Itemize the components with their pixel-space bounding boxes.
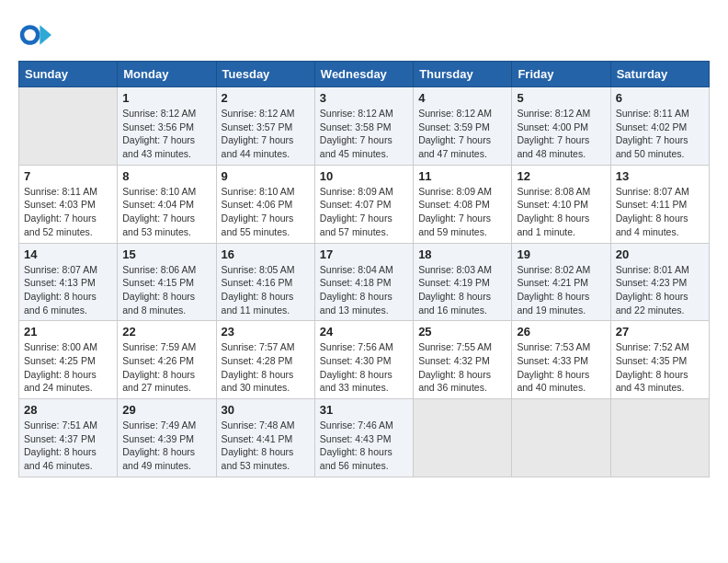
calendar-cell: 2Sunrise: 8:12 AM Sunset: 3:57 PM Daylig… <box>216 87 314 166</box>
calendar-cell: 1Sunrise: 8:12 AM Sunset: 3:56 PM Daylig… <box>118 87 216 166</box>
day-number: 13 <box>616 169 704 183</box>
day-number: 20 <box>616 247 704 261</box>
logo <box>18 18 55 52</box>
calendar-cell: 27Sunrise: 7:52 AM Sunset: 4:35 PM Dayli… <box>610 321 709 399</box>
day-number: 24 <box>320 325 408 339</box>
day-number: 12 <box>517 169 605 183</box>
day-info: Sunrise: 8:05 AM Sunset: 4:16 PM Dayligh… <box>222 263 310 317</box>
calendar-cell: 25Sunrise: 7:55 AM Sunset: 4:32 PM Dayli… <box>414 321 512 399</box>
weekday-header: Thursday <box>414 62 512 87</box>
day-info: Sunrise: 8:06 AM Sunset: 4:15 PM Dayligh… <box>122 263 210 317</box>
day-number: 28 <box>24 403 112 417</box>
calendar-cell: 5Sunrise: 8:12 AM Sunset: 4:00 PM Daylig… <box>512 87 610 166</box>
day-info: Sunrise: 7:56 AM Sunset: 4:30 PM Dayligh… <box>320 340 408 395</box>
day-number: 8 <box>122 169 210 183</box>
day-info: Sunrise: 8:09 AM Sunset: 4:07 PM Dayligh… <box>320 185 408 239</box>
weekday-header: Monday <box>118 62 216 87</box>
day-number: 22 <box>122 325 210 339</box>
calendar-week-row: 28Sunrise: 7:51 AM Sunset: 4:37 PM Dayli… <box>19 399 710 477</box>
day-number: 27 <box>616 325 704 339</box>
logo-icon <box>18 18 51 52</box>
svg-point-2 <box>24 29 36 41</box>
day-number: 1 <box>122 91 210 105</box>
weekday-header: Saturday <box>610 62 709 87</box>
day-info: Sunrise: 7:55 AM Sunset: 4:32 PM Dayligh… <box>418 340 506 395</box>
calendar-week-row: 21Sunrise: 8:00 AM Sunset: 4:25 PM Dayli… <box>19 321 710 399</box>
day-number: 5 <box>517 91 605 105</box>
day-info: Sunrise: 7:59 AM Sunset: 4:26 PM Dayligh… <box>122 340 210 395</box>
day-number: 31 <box>320 403 408 417</box>
day-info: Sunrise: 8:04 AM Sunset: 4:18 PM Dayligh… <box>320 263 408 317</box>
day-info: Sunrise: 8:12 AM Sunset: 3:58 PM Dayligh… <box>320 107 408 161</box>
day-number: 6 <box>616 91 704 105</box>
calendar-cell: 4Sunrise: 8:12 AM Sunset: 3:59 PM Daylig… <box>414 87 512 166</box>
weekday-header: Wednesday <box>314 62 413 87</box>
calendar-cell: 7Sunrise: 8:11 AM Sunset: 4:03 PM Daylig… <box>19 165 118 243</box>
day-info: Sunrise: 8:12 AM Sunset: 3:56 PM Dayligh… <box>122 107 210 161</box>
calendar-cell <box>414 399 512 477</box>
calendar-cell: 14Sunrise: 8:07 AM Sunset: 4:13 PM Dayli… <box>19 243 118 321</box>
calendar-header-row: SundayMondayTuesdayWednesdayThursdayFrid… <box>19 62 710 87</box>
calendar-cell: 28Sunrise: 7:51 AM Sunset: 4:37 PM Dayli… <box>19 399 118 477</box>
calendar-cell: 24Sunrise: 7:56 AM Sunset: 4:30 PM Dayli… <box>314 321 413 399</box>
day-number: 3 <box>320 91 408 105</box>
day-info: Sunrise: 8:12 AM Sunset: 4:00 PM Dayligh… <box>517 107 605 161</box>
day-info: Sunrise: 7:57 AM Sunset: 4:28 PM Dayligh… <box>222 340 310 395</box>
day-info: Sunrise: 8:08 AM Sunset: 4:10 PM Dayligh… <box>517 185 605 239</box>
day-number: 30 <box>222 403 310 417</box>
day-number: 25 <box>418 325 506 339</box>
day-number: 23 <box>222 325 310 339</box>
calendar-cell: 6Sunrise: 8:11 AM Sunset: 4:02 PM Daylig… <box>610 87 709 166</box>
calendar-week-row: 14Sunrise: 8:07 AM Sunset: 4:13 PM Dayli… <box>19 243 710 321</box>
day-number: 14 <box>24 247 112 261</box>
calendar-cell <box>19 87 118 166</box>
day-info: Sunrise: 8:01 AM Sunset: 4:23 PM Dayligh… <box>616 263 704 317</box>
day-number: 9 <box>222 169 310 183</box>
calendar-cell: 31Sunrise: 7:46 AM Sunset: 4:43 PM Dayli… <box>314 399 413 477</box>
day-number: 21 <box>24 325 112 339</box>
day-info: Sunrise: 8:11 AM Sunset: 4:03 PM Dayligh… <box>24 185 112 239</box>
calendar-cell: 8Sunrise: 8:10 AM Sunset: 4:04 PM Daylig… <box>118 165 216 243</box>
day-number: 16 <box>222 247 310 261</box>
calendar-cell: 10Sunrise: 8:09 AM Sunset: 4:07 PM Dayli… <box>314 165 413 243</box>
day-info: Sunrise: 8:10 AM Sunset: 4:04 PM Dayligh… <box>122 185 210 239</box>
day-info: Sunrise: 8:07 AM Sunset: 4:11 PM Dayligh… <box>616 185 704 239</box>
calendar-cell: 13Sunrise: 8:07 AM Sunset: 4:11 PM Dayli… <box>610 165 709 243</box>
calendar-cell <box>610 399 709 477</box>
day-info: Sunrise: 7:49 AM Sunset: 4:39 PM Dayligh… <box>122 419 210 473</box>
calendar-cell <box>512 399 610 477</box>
day-info: Sunrise: 8:10 AM Sunset: 4:06 PM Dayligh… <box>222 185 310 239</box>
day-info: Sunrise: 7:48 AM Sunset: 4:41 PM Dayligh… <box>222 419 310 473</box>
calendar-cell: 17Sunrise: 8:04 AM Sunset: 4:18 PM Dayli… <box>314 243 413 321</box>
calendar-cell: 16Sunrise: 8:05 AM Sunset: 4:16 PM Dayli… <box>216 243 314 321</box>
svg-marker-1 <box>40 25 51 45</box>
calendar-week-row: 7Sunrise: 8:11 AM Sunset: 4:03 PM Daylig… <box>19 165 710 243</box>
day-number: 19 <box>517 247 605 261</box>
calendar-cell: 26Sunrise: 7:53 AM Sunset: 4:33 PM Dayli… <box>512 321 610 399</box>
day-number: 10 <box>320 169 408 183</box>
day-number: 7 <box>24 169 112 183</box>
calendar-week-row: 1Sunrise: 8:12 AM Sunset: 3:56 PM Daylig… <box>19 87 710 166</box>
day-info: Sunrise: 8:03 AM Sunset: 4:19 PM Dayligh… <box>418 263 506 317</box>
day-info: Sunrise: 8:07 AM Sunset: 4:13 PM Dayligh… <box>24 263 112 317</box>
day-info: Sunrise: 8:00 AM Sunset: 4:25 PM Dayligh… <box>24 340 112 395</box>
day-number: 2 <box>222 91 310 105</box>
page-header <box>18 18 710 52</box>
day-info: Sunrise: 8:09 AM Sunset: 4:08 PM Dayligh… <box>418 185 506 239</box>
weekday-header: Sunday <box>19 62 118 87</box>
day-info: Sunrise: 8:12 AM Sunset: 3:57 PM Dayligh… <box>222 107 310 161</box>
day-number: 4 <box>418 91 506 105</box>
calendar-cell: 18Sunrise: 8:03 AM Sunset: 4:19 PM Dayli… <box>414 243 512 321</box>
calendar-cell: 29Sunrise: 7:49 AM Sunset: 4:39 PM Dayli… <box>118 399 216 477</box>
day-number: 15 <box>122 247 210 261</box>
weekday-header: Friday <box>512 62 610 87</box>
calendar-cell: 12Sunrise: 8:08 AM Sunset: 4:10 PM Dayli… <box>512 165 610 243</box>
day-number: 29 <box>122 403 210 417</box>
calendar-cell: 19Sunrise: 8:02 AM Sunset: 4:21 PM Dayli… <box>512 243 610 321</box>
calendar-cell: 3Sunrise: 8:12 AM Sunset: 3:58 PM Daylig… <box>314 87 413 166</box>
day-number: 26 <box>517 325 605 339</box>
calendar-cell: 21Sunrise: 8:00 AM Sunset: 4:25 PM Dayli… <box>19 321 118 399</box>
calendar-cell: 23Sunrise: 7:57 AM Sunset: 4:28 PM Dayli… <box>216 321 314 399</box>
day-number: 11 <box>418 169 506 183</box>
day-info: Sunrise: 7:46 AM Sunset: 4:43 PM Dayligh… <box>320 419 408 473</box>
